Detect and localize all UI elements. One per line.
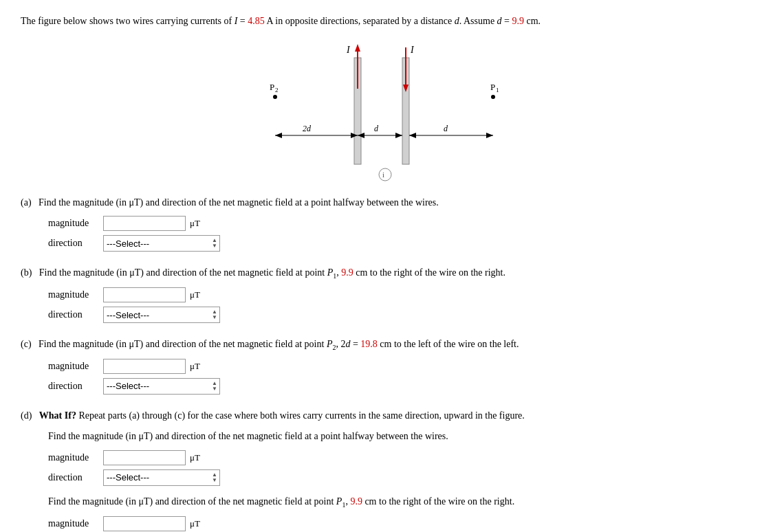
part-d-sub-b-text: Find the magnitude (in μT) and direction… bbox=[48, 494, 763, 511]
part-b-direction-label: direction bbox=[48, 309, 103, 320]
svg-marker-23 bbox=[409, 133, 416, 138]
part-b-magnitude-label: magnitude bbox=[48, 289, 103, 300]
part-d-unit-b: μT bbox=[190, 518, 200, 529]
part-c-question: (c) Find the magnitude (in μT) and direc… bbox=[21, 337, 763, 353]
part-a-direction-row: direction ---Select--- Into the page Out… bbox=[48, 235, 763, 252]
svg-text:I: I bbox=[410, 45, 415, 55]
part-d-direction-a-select[interactable]: ---Select--- Into the page Out of the pa… bbox=[103, 469, 220, 486]
part-d-magnitude-a-input[interactable] bbox=[103, 450, 186, 465]
part-c-magnitude-label: magnitude bbox=[48, 361, 103, 372]
svg-text:I: I bbox=[346, 45, 351, 55]
svg-text:P: P bbox=[270, 82, 274, 92]
part-a-direction-label: direction bbox=[48, 238, 103, 249]
svg-text:P: P bbox=[490, 82, 495, 92]
part-a-section: (a) Find the magnitude (in μT) and direc… bbox=[21, 195, 763, 252]
part-c-direction-row: direction ---Select--- Into the page Out… bbox=[48, 378, 763, 395]
part-a-direction-select[interactable]: ---Select--- Into the page Out of the pa… bbox=[103, 235, 220, 252]
svg-text:i: i bbox=[382, 170, 384, 179]
part-d-unit-a: μT bbox=[190, 452, 200, 463]
part-a-magnitude-row: magnitude μT bbox=[48, 216, 763, 231]
svg-point-13 bbox=[491, 95, 495, 99]
part-c-label: (c) bbox=[21, 339, 36, 349]
svg-marker-15 bbox=[275, 133, 282, 138]
physics-figure: I I P 2 P 1 2d d d i bbox=[220, 41, 564, 188]
part-b-direction-select[interactable]: ---Select--- Into the page Out of the pa… bbox=[103, 307, 220, 323]
svg-text:2d: 2d bbox=[303, 124, 312, 133]
part-d-direction-a-label: direction bbox=[48, 472, 103, 483]
svg-marker-20 bbox=[395, 133, 402, 138]
part-d-magnitude-a-row: magnitude μT bbox=[48, 450, 763, 465]
part-a-magnitude-label: magnitude bbox=[48, 218, 103, 229]
part-d-magnitude-b-row: magnitude μT bbox=[48, 516, 763, 531]
part-b-direction-row: direction ---Select--- Into the page Out… bbox=[48, 307, 763, 323]
part-b-section: (b) Find the magnitude (in μT) and direc… bbox=[21, 265, 763, 323]
part-c-section: (c) Find the magnitude (in μT) and direc… bbox=[21, 337, 763, 395]
part-a-question: (a) Find the magnitude (in μT) and direc… bbox=[21, 195, 763, 210]
part-c-magnitude-input[interactable] bbox=[103, 359, 186, 374]
part-d-magnitude-b-label: magnitude bbox=[48, 518, 103, 529]
part-b-label: (b) bbox=[21, 267, 36, 278]
part-d-sub-a-text: Find the magnitude (in μT) and direction… bbox=[48, 429, 763, 444]
svg-text:1: 1 bbox=[496, 87, 499, 93]
part-d-question: (d) What If? Repeat parts (a) through (c… bbox=[21, 408, 763, 423]
part-c-magnitude-row: magnitude μT bbox=[48, 359, 763, 374]
part-b-magnitude-row: magnitude μT bbox=[48, 287, 763, 302]
part-c-direction-label: direction bbox=[48, 381, 103, 392]
part-c-direction-select[interactable]: ---Select--- Into the page Out of the pa… bbox=[103, 378, 220, 395]
svg-text:d: d bbox=[374, 124, 379, 133]
svg-marker-24 bbox=[486, 133, 493, 138]
part-a-text: Find the magnitude (in μT) and direction… bbox=[39, 197, 439, 208]
part-d-text: Repeat parts (a) through (c) for the cas… bbox=[78, 410, 524, 421]
part-a-label: (a) bbox=[21, 197, 36, 208]
part-c-text: Find the magnitude (in μT) and direction… bbox=[39, 339, 519, 349]
part-b-question: (b) Find the magnitude (in μT) and direc… bbox=[21, 265, 763, 282]
part-a-unit: μT bbox=[190, 218, 200, 229]
part-b-unit: μT bbox=[190, 289, 200, 300]
part-d-magnitude-b-input[interactable] bbox=[103, 516, 186, 531]
svg-point-10 bbox=[273, 95, 277, 99]
part-d-magnitude-a-label: magnitude bbox=[48, 452, 103, 463]
part-a-magnitude-input[interactable] bbox=[103, 216, 186, 231]
part-d-direction-a-select-container: ---Select--- Into the page Out of the pa… bbox=[103, 469, 220, 486]
svg-point-26 bbox=[379, 168, 391, 181]
part-c-direction-select-container: ---Select--- Into the page Out of the pa… bbox=[103, 378, 220, 395]
part-a-direction-select-container: ---Select--- Into the page Out of the pa… bbox=[103, 235, 220, 252]
part-c-unit: μT bbox=[190, 361, 200, 372]
part-b-magnitude-input[interactable] bbox=[103, 287, 186, 302]
part-b-direction-select-container: ---Select--- Into the page Out of the pa… bbox=[103, 307, 220, 323]
part-d-direction-a-row: direction ---Select--- Into the page Out… bbox=[48, 469, 763, 486]
svg-text:d: d bbox=[444, 124, 448, 133]
svg-marker-3 bbox=[355, 44, 360, 52]
part-d-section: (d) What If? Repeat parts (a) through (c… bbox=[21, 408, 763, 532]
part-d-label: (d) bbox=[21, 410, 36, 421]
part-b-text: Find the magnitude (in μT) and direction… bbox=[39, 267, 505, 278]
part-d-bold: What If? bbox=[39, 410, 76, 421]
intro-paragraph: The figure below shows two wires carryin… bbox=[21, 14, 763, 28]
svg-text:2: 2 bbox=[275, 87, 279, 93]
